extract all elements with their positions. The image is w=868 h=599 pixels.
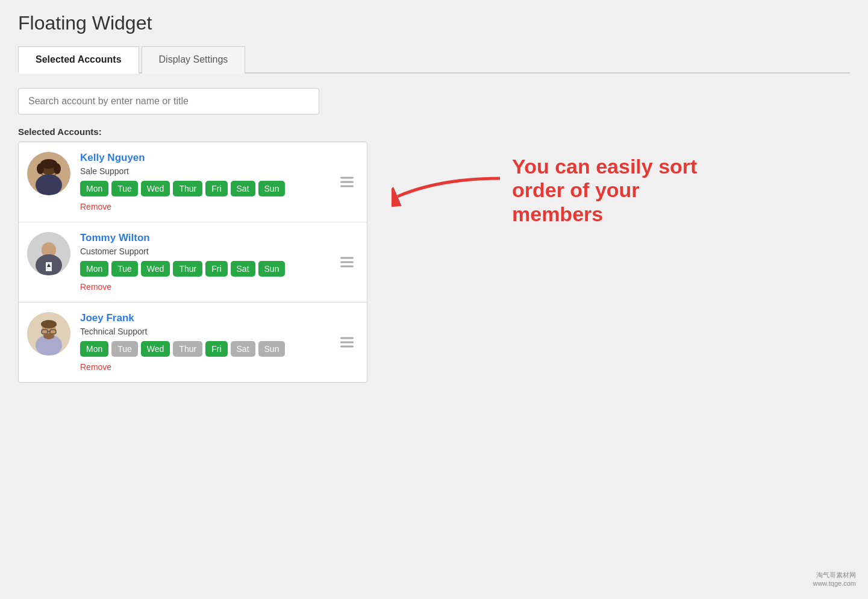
account-info: Tommy Wilton Customer Support Mon Tue We… [80,232,358,292]
day-badge: Wed [141,341,170,357]
svg-point-20 [43,333,54,339]
day-badge: Mon [80,181,108,196]
remove-button[interactable]: Remove [80,282,111,292]
page-title: Floating Widget [18,12,850,34]
day-badge: Sat [231,181,255,196]
tab-selected-accounts[interactable]: Selected Accounts [18,46,139,74]
account-role: Customer Support [80,246,358,256]
drag-handle[interactable] [336,252,358,272]
day-badge: Mon [80,261,108,277]
day-badge: Tue [111,341,138,357]
drag-handle[interactable] [336,172,358,192]
day-badge: Sun [258,181,286,196]
day-badge: Wed [141,181,170,196]
svg-point-7 [40,159,57,169]
account-info: Joey Frank Technical Support Mon Tue Wed… [80,312,358,372]
remove-button[interactable]: Remove [80,202,111,212]
day-badge: Mon [80,341,108,357]
table-row: Kelly Nguyen Sale Support Mon Tue Wed Th… [19,142,367,222]
day-badge: Fri [205,341,227,357]
account-name: Kelly Nguyen [80,152,358,164]
svg-point-3 [36,174,62,195]
days-row: Mon Tue Wed Thur Fri Sat Sun [80,341,358,357]
day-badge: Sat [231,261,255,277]
account-info: Kelly Nguyen Sale Support Mon Tue Wed Th… [80,152,358,212]
tab-display-settings[interactable]: Display Settings [142,46,246,74]
watermark: 淘气哥素材网 www.tqge.com [813,571,856,587]
avatar [27,152,70,195]
table-row: Tommy Wilton Customer Support Mon Tue We… [19,222,367,303]
account-name: Joey Frank [80,312,358,324]
remove-button[interactable]: Remove [80,362,111,372]
search-input[interactable] [18,88,319,114]
day-badge: Fri [205,181,227,196]
account-name: Tommy Wilton [80,232,358,244]
account-role: Sale Support [80,166,358,176]
table-row: Joey Frank Technical Support Mon Tue Wed… [19,303,367,382]
day-badge: Wed [141,261,170,277]
day-badge: Fri [205,261,227,277]
section-label: Selected Accounts: [18,127,850,137]
account-role: Technical Support [80,327,358,336]
day-badge: Sun [258,261,286,277]
annotation-overlay: You can easily sort order of your member… [392,148,717,233]
day-badge: Tue [111,181,138,196]
days-row: Mon Tue Wed Thur Fri Sat Sun [80,181,358,196]
day-badge: Thur [173,181,202,196]
day-badge: Tue [111,261,138,277]
avatar [27,312,70,356]
accounts-list: Kelly Nguyen Sale Support Mon Tue Wed Th… [18,142,367,383]
day-badge: Thur [173,341,202,357]
day-badge: Sun [258,341,286,357]
days-row: Mon Tue Wed Thur Fri Sat Sun [80,261,358,277]
annotation-text: You can easily sort order of your member… [512,155,717,225]
drag-handle[interactable] [336,333,358,353]
day-badge: Sat [231,341,255,357]
arrow-icon [392,172,512,221]
tabs-bar: Selected Accounts Display Settings [18,45,850,74]
avatar [27,232,70,275]
day-badge: Thur [173,261,202,277]
svg-point-16 [41,320,57,328]
